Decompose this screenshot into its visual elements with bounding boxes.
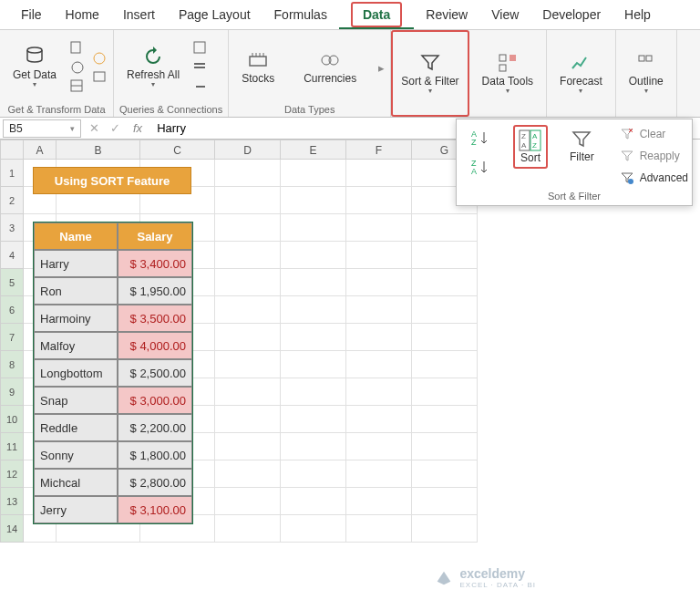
advanced-button[interactable]: Advanced (616, 169, 692, 187)
row-header-13[interactable]: 13 (0, 488, 24, 515)
recent-icon[interactable] (91, 50, 108, 67)
connections-icon[interactable] (91, 69, 108, 86)
cell-E5[interactable] (281, 269, 346, 296)
name-cell[interactable]: Ron (34, 277, 118, 305)
cell-E2[interactable] (281, 187, 346, 214)
cell-E3[interactable] (281, 214, 346, 242)
salary-cell[interactable]: $ 1,800.00 (118, 441, 192, 469)
salary-cell[interactable]: $ 1,950.00 (118, 277, 192, 305)
outline-button[interactable]: Outline ▾ (622, 48, 671, 99)
cell-G9[interactable] (412, 378, 478, 406)
tab-developer[interactable]: Developer (530, 2, 612, 29)
cell-D6[interactable] (215, 296, 281, 324)
col-header-D[interactable]: D (215, 140, 281, 160)
cell-G12[interactable] (412, 460, 478, 488)
row-header-2[interactable]: 2 (0, 187, 24, 214)
name-cell[interactable]: Reddle (34, 414, 118, 441)
name-cell[interactable]: Jerry (34, 496, 118, 523)
cell-E12[interactable] (281, 460, 346, 488)
cell-D13[interactable] (215, 488, 281, 515)
salary-cell[interactable]: $ 2,200.00 (118, 414, 192, 441)
row-header-8[interactable]: 8 (0, 351, 24, 378)
col-header-E[interactable]: E (281, 140, 346, 160)
sort-desc-button[interactable]: ZA (466, 154, 497, 180)
filter-button[interactable]: Filter (564, 125, 600, 167)
cell-E14[interactable] (281, 515, 346, 543)
row-header-9[interactable]: 9 (0, 378, 24, 406)
cell-F2[interactable] (346, 187, 412, 214)
cell-F4[interactable] (346, 242, 412, 269)
cell-F12[interactable] (346, 460, 412, 488)
cell-E11[interactable] (281, 433, 346, 460)
tab-view[interactable]: View (479, 2, 530, 29)
from-web-icon[interactable] (69, 59, 86, 76)
salary-cell[interactable]: $ 3,000.00 (118, 387, 192, 414)
cell-E4[interactable] (281, 242, 346, 269)
sheet-title[interactable]: Using SORT Feature (33, 167, 191, 194)
salary-cell[interactable]: $ 2,500.00 (118, 359, 192, 387)
cell-D10[interactable] (215, 406, 281, 433)
tab-formulas[interactable]: Formulas (262, 2, 339, 29)
cell-F6[interactable] (346, 296, 412, 324)
cell-F7[interactable] (346, 324, 412, 351)
edit-links-icon[interactable] (192, 78, 209, 95)
cell-E10[interactable] (281, 406, 346, 433)
table-header-name[interactable]: Name (34, 222, 118, 250)
cell-F9[interactable] (346, 378, 412, 406)
name-box[interactable]: B5 ▾ (3, 119, 81, 138)
cell-D9[interactable] (215, 378, 281, 406)
cell-D12[interactable] (215, 460, 281, 488)
cell-D14[interactable] (215, 515, 281, 543)
tab-home[interactable]: Home (54, 2, 111, 29)
cell-E7[interactable] (281, 324, 346, 351)
row-header-1[interactable]: 1 (0, 160, 24, 187)
select-all-corner[interactable] (0, 140, 24, 160)
cell-G6[interactable] (412, 296, 478, 324)
sort-asc-button[interactable]: AZ (466, 125, 497, 150)
cell-D11[interactable] (215, 433, 281, 460)
tab-help[interactable]: Help (612, 2, 663, 29)
col-header-F[interactable]: F (346, 140, 412, 160)
name-cell[interactable]: Michcal (34, 469, 118, 496)
cell-D1[interactable] (215, 160, 281, 187)
tab-insert[interactable]: Insert (111, 2, 167, 29)
get-data-button[interactable]: Get Data ▾ (5, 42, 64, 93)
cell-E1[interactable] (281, 160, 346, 187)
tab-review[interactable]: Review (414, 2, 479, 29)
tab-file[interactable]: File (9, 2, 54, 29)
salary-cell[interactable]: $ 2,800.00 (118, 469, 192, 496)
cell-D2[interactable] (215, 187, 281, 214)
sort-filter-button[interactable]: Sort & Filter ▾ (394, 48, 466, 99)
cell-G7[interactable] (412, 324, 478, 351)
cell-F8[interactable] (346, 351, 412, 378)
row-header-7[interactable]: 7 (0, 324, 24, 351)
row-header-14[interactable]: 14 (0, 515, 24, 543)
cell-E6[interactable] (281, 296, 346, 324)
cell-G13[interactable] (412, 488, 478, 515)
cell-F14[interactable] (346, 515, 412, 543)
salary-cell[interactable]: $ 3,400.00 (118, 250, 192, 277)
cell-D5[interactable] (215, 269, 281, 296)
cell-D3[interactable] (215, 214, 281, 242)
cell-E13[interactable] (281, 488, 346, 515)
queries-icon[interactable] (192, 40, 209, 57)
cell-F10[interactable] (346, 406, 412, 433)
nav-right-icon[interactable]: ▸ (378, 61, 385, 75)
reapply-button[interactable]: Reapply (616, 147, 692, 165)
cell-E8[interactable] (281, 351, 346, 378)
cell-G14[interactable] (412, 515, 478, 543)
name-cell[interactable]: Harmoiny (34, 305, 118, 332)
cell-E9[interactable] (281, 378, 346, 406)
cell-F1[interactable] (346, 160, 412, 187)
refresh-all-button[interactable]: Refresh All ▾ (119, 42, 187, 93)
row-header-6[interactable]: 6 (0, 296, 24, 324)
col-header-B[interactable]: B (57, 140, 140, 160)
cell-G5[interactable] (412, 269, 478, 296)
name-cell[interactable]: Sonny (34, 441, 118, 469)
cell-F5[interactable] (346, 269, 412, 296)
data-tools-button[interactable]: Data Tools ▾ (475, 48, 540, 99)
fx-icon[interactable]: fx (126, 121, 149, 135)
cell-D7[interactable] (215, 324, 281, 351)
currencies-button[interactable]: Currencies (296, 46, 364, 88)
from-table-icon[interactable] (69, 78, 86, 95)
